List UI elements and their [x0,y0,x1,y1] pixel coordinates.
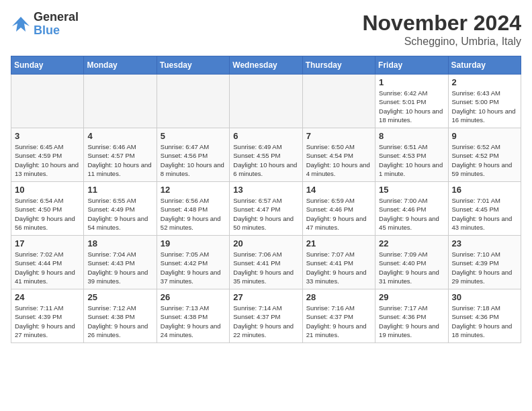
header-thursday: Thursday [302,56,375,75]
calendar-cell: 5 Sunrise: 6:47 AM Sunset: 4:56 PM Dayli… [157,128,229,182]
calendar-cell: 19 Sunrise: 7:05 AM Sunset: 4:42 PM Dayl… [157,236,229,289]
day-number: 9 [452,131,517,141]
day-info: Sunrise: 7:09 AM Sunset: 4:40 PM Dayligh… [379,250,444,285]
calendar-cell: 29 Sunrise: 7:17 AM Sunset: 4:36 PM Dayl… [375,289,448,343]
header-tuesday: Tuesday [157,56,229,75]
logo: GeneralBlue [11,11,79,38]
calendar-week-row: 3 Sunrise: 6:45 AM Sunset: 4:59 PM Dayli… [11,128,521,182]
calendar-week-row: 17 Sunrise: 7:02 AM Sunset: 4:44 PM Dayl… [11,236,521,289]
calendar-cell: 23 Sunrise: 7:10 AM Sunset: 4:39 PM Dayl… [448,236,521,289]
calendar-cell: 12 Sunrise: 6:56 AM Sunset: 4:48 PM Dayl… [157,182,229,236]
month-title: November 2024 [362,11,521,36]
day-number: 2 [452,77,517,87]
day-info: Sunrise: 6:51 AM Sunset: 4:53 PM Dayligh… [379,142,444,178]
calendar-cell: 27 Sunrise: 7:14 AM Sunset: 4:37 PM Dayl… [230,289,302,343]
day-info: Sunrise: 7:17 AM Sunset: 4:36 PM Dayligh… [379,304,444,339]
calendar-cell: 7 Sunrise: 6:50 AM Sunset: 4:54 PM Dayli… [302,128,375,182]
day-number: 27 [233,292,298,302]
day-info: Sunrise: 6:47 AM Sunset: 4:56 PM Dayligh… [161,142,226,178]
calendar-cell [157,75,229,128]
header-monday: Monday [84,56,157,75]
day-number: 14 [306,185,371,195]
header-saturday: Saturday [448,56,521,75]
day-number: 5 [161,131,226,141]
logo-text: GeneralBlue [34,11,79,38]
calendar-week-row: 10 Sunrise: 6:54 AM Sunset: 4:50 PM Dayl… [11,182,521,236]
calendar-week-row: 1 Sunrise: 6:42 AM Sunset: 5:01 PM Dayli… [11,75,521,128]
day-number: 15 [379,185,444,195]
calendar-cell: 9 Sunrise: 6:52 AM Sunset: 4:52 PM Dayli… [448,128,521,182]
location: Scheggino, Umbria, Italy [362,36,521,48]
day-info: Sunrise: 6:49 AM Sunset: 4:55 PM Dayligh… [233,142,298,178]
day-number: 26 [161,292,226,302]
day-number: 8 [379,131,444,141]
day-info: Sunrise: 7:06 AM Sunset: 4:41 PM Dayligh… [233,250,298,285]
day-number: 20 [233,238,298,248]
calendar-cell: 18 Sunrise: 7:04 AM Sunset: 4:43 PM Dayl… [84,236,157,289]
title-block: November 2024 Scheggino, Umbria, Italy [362,11,521,48]
calendar-cell: 13 Sunrise: 6:57 AM Sunset: 4:47 PM Dayl… [230,182,302,236]
day-info: Sunrise: 7:13 AM Sunset: 4:38 PM Dayligh… [161,304,226,339]
page-header: GeneralBlue November 2024 Scheggino, Umb… [11,11,521,48]
calendar-cell: 24 Sunrise: 7:11 AM Sunset: 4:39 PM Dayl… [11,289,84,343]
calendar-cell [302,75,375,128]
calendar-week-row: 24 Sunrise: 7:11 AM Sunset: 4:39 PM Dayl… [11,289,521,343]
calendar-table: SundayMondayTuesdayWednesdayThursdayFrid… [11,56,521,343]
day-number: 29 [379,292,444,302]
day-number: 23 [452,238,517,248]
day-number: 19 [161,238,226,248]
day-info: Sunrise: 6:42 AM Sunset: 5:01 PM Dayligh… [379,89,444,124]
day-number: 25 [87,292,152,302]
day-info: Sunrise: 6:59 AM Sunset: 4:46 PM Dayligh… [306,196,371,232]
day-number: 24 [15,292,80,302]
day-number: 6 [233,131,298,141]
day-info: Sunrise: 6:52 AM Sunset: 4:52 PM Dayligh… [452,142,517,178]
day-info: Sunrise: 7:16 AM Sunset: 4:37 PM Dayligh… [306,304,371,339]
day-info: Sunrise: 7:10 AM Sunset: 4:39 PM Dayligh… [452,250,517,285]
day-info: Sunrise: 7:12 AM Sunset: 4:38 PM Dayligh… [87,304,152,339]
svg-marker-0 [12,17,30,32]
day-info: Sunrise: 6:54 AM Sunset: 4:50 PM Dayligh… [15,196,80,232]
day-number: 28 [306,292,371,302]
day-info: Sunrise: 7:04 AM Sunset: 4:43 PM Dayligh… [87,250,152,285]
calendar-cell: 6 Sunrise: 6:49 AM Sunset: 4:55 PM Dayli… [230,128,302,182]
day-info: Sunrise: 6:55 AM Sunset: 4:49 PM Dayligh… [87,196,152,232]
day-number: 21 [306,238,371,248]
day-number: 1 [379,77,444,87]
day-number: 13 [233,185,298,195]
calendar-cell: 1 Sunrise: 6:42 AM Sunset: 5:01 PM Dayli… [375,75,448,128]
header-friday: Friday [375,56,448,75]
day-number: 16 [452,185,517,195]
calendar-header-row: SundayMondayTuesdayWednesdayThursdayFrid… [11,56,521,75]
day-number: 3 [15,131,80,141]
calendar-cell: 15 Sunrise: 7:00 AM Sunset: 4:46 PM Dayl… [375,182,448,236]
calendar-cell: 22 Sunrise: 7:09 AM Sunset: 4:40 PM Dayl… [375,236,448,289]
day-info: Sunrise: 7:18 AM Sunset: 4:36 PM Dayligh… [452,304,517,339]
day-info: Sunrise: 7:00 AM Sunset: 4:46 PM Dayligh… [379,196,444,232]
day-info: Sunrise: 6:57 AM Sunset: 4:47 PM Dayligh… [233,196,298,232]
day-number: 17 [15,238,80,248]
calendar-cell [84,75,157,128]
calendar-cell: 28 Sunrise: 7:16 AM Sunset: 4:37 PM Dayl… [302,289,375,343]
calendar-cell: 14 Sunrise: 6:59 AM Sunset: 4:46 PM Dayl… [302,182,375,236]
day-info: Sunrise: 6:50 AM Sunset: 4:54 PM Dayligh… [306,142,371,178]
day-info: Sunrise: 7:14 AM Sunset: 4:37 PM Dayligh… [233,304,298,339]
calendar-cell: 2 Sunrise: 6:43 AM Sunset: 5:00 PM Dayli… [448,75,521,128]
day-number: 7 [306,131,371,141]
calendar-cell: 20 Sunrise: 7:06 AM Sunset: 4:41 PM Dayl… [230,236,302,289]
calendar-cell: 11 Sunrise: 6:55 AM Sunset: 4:49 PM Dayl… [84,182,157,236]
calendar-cell: 26 Sunrise: 7:13 AM Sunset: 4:38 PM Dayl… [157,289,229,343]
day-number: 10 [15,185,80,195]
header-sunday: Sunday [11,56,84,75]
calendar-cell: 3 Sunrise: 6:45 AM Sunset: 4:59 PM Dayli… [11,128,84,182]
day-number: 30 [452,292,517,302]
calendar-cell: 30 Sunrise: 7:18 AM Sunset: 4:36 PM Dayl… [448,289,521,343]
day-info: Sunrise: 7:01 AM Sunset: 4:45 PM Dayligh… [452,196,517,232]
day-info: Sunrise: 6:56 AM Sunset: 4:48 PM Dayligh… [161,196,226,232]
calendar-cell: 25 Sunrise: 7:12 AM Sunset: 4:38 PM Dayl… [84,289,157,343]
calendar-cell: 8 Sunrise: 6:51 AM Sunset: 4:53 PM Dayli… [375,128,448,182]
calendar-cell: 21 Sunrise: 7:07 AM Sunset: 4:41 PM Dayl… [302,236,375,289]
calendar-cell: 10 Sunrise: 6:54 AM Sunset: 4:50 PM Dayl… [11,182,84,236]
logo-icon [11,14,31,34]
calendar-cell [11,75,84,128]
